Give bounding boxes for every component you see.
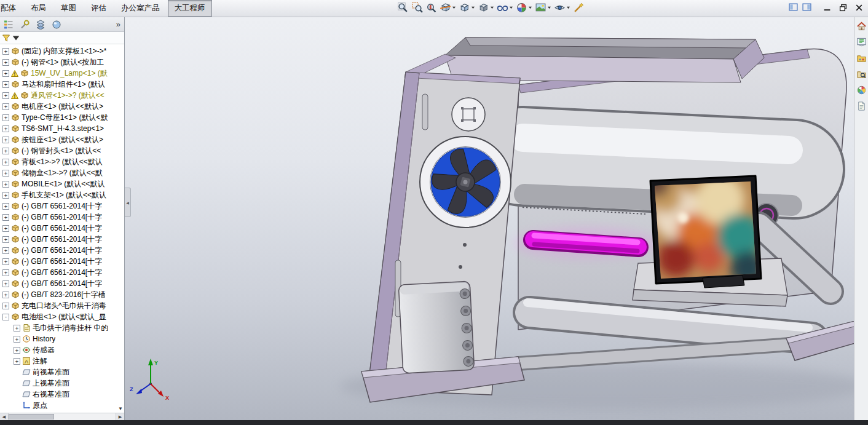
tree-item[interactable]: +TS6-SMT_H-4.3.step<1> (0, 123, 124, 134)
panel-collapse-handle[interactable]: ◀ (125, 188, 131, 217)
tree-horizontal-scrollbar[interactable]: ◀ ▶ (0, 413, 124, 420)
tree-expander-icon[interactable]: + (14, 347, 20, 354)
tree-expander-icon[interactable]: + (2, 170, 9, 177)
display-style-button[interactable] (477, 1, 495, 15)
tree-expander-icon[interactable]: + (2, 92, 9, 99)
view-orientation-button[interactable] (458, 1, 476, 15)
dropdown-caret-icon[interactable] (451, 6, 456, 9)
tree-filter-input[interactable] (22, 33, 122, 42)
filter-dropdown-caret-icon[interactable] (12, 34, 20, 42)
tree-item[interactable]: 右视基准面 (0, 389, 124, 400)
propertymanager-tab[interactable] (20, 20, 30, 30)
tree-expander-icon[interactable]: + (14, 325, 20, 332)
solidworks-resources-icon[interactable] (856, 37, 867, 47)
tree-expander-icon[interactable]: + (2, 159, 9, 165)
scroll-left-icon[interactable]: ◀ (0, 413, 9, 420)
tree-item[interactable]: +(-) GB/T 6561-2014[十字 (0, 267, 124, 278)
tree-expander-icon[interactable]: + (2, 59, 9, 66)
tree-item[interactable]: +按钮座<1> (默认<<默认> (0, 134, 124, 145)
tree-expander-icon[interactable]: + (2, 81, 9, 88)
tree-expander-icon[interactable]: + (2, 48, 9, 55)
tree-expander-icon[interactable]: + (2, 70, 9, 77)
tree-item[interactable]: 前视基准面 (0, 367, 124, 378)
panel-overflow-button[interactable]: » (116, 20, 120, 28)
dropdown-caret-icon[interactable] (508, 6, 513, 9)
tree-item[interactable]: 上视基准面 (0, 378, 124, 389)
tree-item[interactable]: +电机座<1> (默认<<默认> (0, 101, 124, 112)
scroll-right-icon[interactable]: ▶ (116, 413, 124, 420)
dock-left-icon[interactable] (789, 3, 798, 11)
dropdown-caret-icon[interactable] (546, 6, 551, 9)
tree-expander-icon[interactable]: + (2, 258, 9, 265)
tree-item[interactable]: +(-) GB/T 6561-2014[十字 (0, 212, 124, 223)
command-tab[interactable]: 配体 (0, 0, 23, 17)
home-icon[interactable] (856, 21, 867, 31)
tree-expander-icon[interactable]: + (2, 269, 9, 276)
tree-expander-icon[interactable]: + (14, 336, 20, 343)
scrollbar-thumb[interactable] (9, 414, 54, 419)
tree-item[interactable]: +(-) 钢管<1> (默认<按加工 (0, 57, 124, 68)
minimize-button[interactable] (823, 4, 831, 12)
tree-item[interactable]: +(-) GB/T 6561-2014[十字 (0, 278, 124, 289)
zoom-in-out-button[interactable] (425, 1, 438, 15)
tree-item[interactable]: +15W_UV_Lamp<1> (默 (0, 68, 124, 79)
dock-right-icon[interactable] (802, 3, 811, 11)
tree-expander-icon[interactable]: + (2, 125, 9, 132)
filter-funnel-icon[interactable] (2, 34, 10, 42)
tree-item[interactable]: +MOBILE<1> (默认<<默认 (0, 178, 124, 189)
tree-item[interactable]: +通风管<1>->? (默认<< (0, 90, 124, 101)
tree-expander-icon[interactable]: + (14, 358, 20, 365)
featuremanager-tree-tab[interactable] (4, 20, 14, 30)
design-library-icon[interactable] (856, 53, 867, 63)
tree-item[interactable]: +(-) GB/T 6561-2014[十字 (0, 234, 124, 245)
displaymanager-tab[interactable] (52, 20, 61, 30)
configurationmanager-tab[interactable] (36, 20, 45, 30)
tree-item[interactable]: 原点 (0, 400, 124, 411)
command-tab[interactable]: 大工程师 (168, 0, 212, 17)
tree-item[interactable]: +毛巾烘干消毒挂杆 中的 (0, 322, 124, 333)
tree-item[interactable]: +(-) 钢管封头<1> (默认<< (0, 145, 124, 156)
tree-item[interactable]: +(固定) 内部支撑板1<1>->* (0, 46, 124, 57)
tree-expander-icon[interactable]: + (2, 236, 9, 243)
tree-item[interactable]: +(-) GB/T 823-2016[十字槽 (0, 289, 124, 300)
tree-expander-icon[interactable]: + (2, 225, 9, 232)
dropdown-caret-icon[interactable] (527, 6, 532, 9)
dropdown-caret-icon[interactable] (470, 6, 475, 9)
tree-item[interactable]: +传感器 (0, 344, 124, 355)
tree-expander-icon[interactable]: + (2, 247, 9, 254)
command-tab[interactable]: 办公室产品 (114, 0, 167, 17)
restore-button[interactable] (839, 4, 847, 12)
tree-expander-icon[interactable]: + (2, 192, 9, 199)
command-tab[interactable]: 草图 (54, 0, 83, 17)
command-tab[interactable]: 评估 (84, 0, 113, 17)
tree-item[interactable]: +马达和扇叶组件<1> (默认 (0, 79, 124, 90)
tree-expander-icon[interactable]: + (2, 292, 9, 298)
tree-item[interactable]: +(-) GB/T 6561-2014[十字 (0, 256, 124, 267)
tree-item[interactable]: +(-) GB/T 6561-2014[十字 (0, 223, 124, 234)
tree-filter-row[interactable] (0, 32, 124, 44)
tree-expander-icon[interactable]: + (2, 214, 9, 221)
tree-item[interactable]: +History (0, 333, 124, 344)
tree-item[interactable]: +背板<1>->? (默认<<默认 (0, 156, 124, 167)
tree-expander-icon[interactable]: - (2, 314, 9, 320)
command-tab[interactable]: 布局 (24, 0, 53, 17)
viewport-canvas[interactable]: Y Z X (125, 17, 854, 420)
dropdown-caret-icon[interactable] (566, 6, 570, 9)
tree-item[interactable]: +A注解 (0, 355, 124, 367)
tree-expander-icon[interactable]: + (2, 103, 9, 110)
tree-scroll-down-icon[interactable]: ▼ (118, 406, 123, 411)
dropdown-caret-icon[interactable] (489, 6, 494, 9)
tree-expander-icon[interactable]: + (2, 114, 9, 121)
tree-item[interactable]: +(-) GB/T 6561-2014[十字 (0, 245, 124, 256)
tree-expander-icon[interactable]: + (2, 148, 9, 154)
tree-expander-icon[interactable]: + (2, 303, 9, 309)
section-view-button[interactable] (439, 1, 457, 15)
instant3d-button[interactable] (572, 1, 585, 15)
tree-item[interactable]: +Type-C母座1<1> (默认<默 (0, 112, 124, 123)
hide-show-items-button[interactable] (496, 1, 514, 15)
file-explorer-icon[interactable] (856, 69, 867, 79)
close-button[interactable] (855, 4, 863, 12)
tree-expander-icon[interactable]: + (2, 137, 9, 143)
custom-properties-icon[interactable] (856, 101, 867, 111)
apply-scene-button[interactable] (534, 1, 552, 15)
